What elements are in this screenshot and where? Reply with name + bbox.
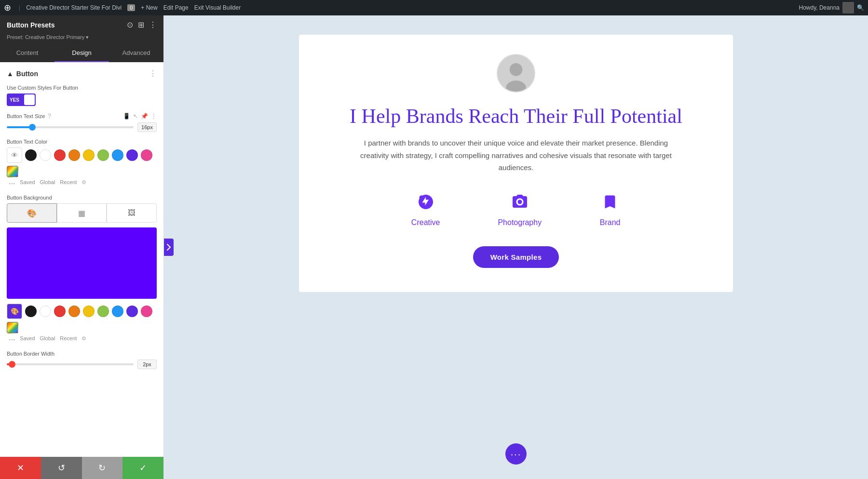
border-width-slider-thumb[interactable] [9,361,15,368]
color-more-btn[interactable]: ··· [9,179,15,188]
bg-saved-label[interactable]: Saved [20,335,35,344]
bg-global-label[interactable]: Global [40,335,55,344]
wp-logo-icon[interactable]: ⊕ [4,2,11,13]
bg-gradient-swatch[interactable] [7,322,18,333]
color-green[interactable] [97,149,109,161]
text-size-slider-track [7,126,134,128]
cta-button[interactable]: Work Samples [473,246,559,268]
border-width-label: Button Border Width [7,351,157,357]
custom-styles-toggle[interactable]: YES [7,93,36,106]
button-section-header: ▲ Button ⋮ [7,69,157,78]
undo-button[interactable]: ↺ [41,457,82,479]
color-black[interactable] [25,149,37,161]
bg-color-white[interactable] [40,306,51,317]
panel-header-icons: ⊙ ⊞ ⋮ [127,20,157,29]
border-width-value[interactable]: 2px [137,359,157,369]
bg-color-picker-eye[interactable]: 🎨 [7,304,22,319]
button-text-color-field: Button Text Color 👁 ··· [7,139,157,188]
help-icon[interactable]: ? [48,113,51,120]
color-swatches-row: 👁 [7,147,157,177]
color-purple[interactable] [126,149,138,161]
svg-point-4 [517,200,522,204]
bg-settings-icon[interactable]: ⚙ [81,335,86,344]
mobile-icon[interactable]: 📱 [123,113,130,120]
color-white[interactable] [40,149,51,161]
main-layout: Button Presets ⊙ ⊞ ⋮ Preset: Creative Di… [0,15,868,479]
bg-color-swatches: 🎨 [7,304,157,333]
bg-color-meta: ··· Saved Global Recent ⚙ [7,335,157,344]
wp-bar-separator: | [19,4,20,11]
svg-point-1 [510,63,523,76]
panel-focus-icon[interactable]: ⊙ [127,20,133,29]
tab-design[interactable]: Design [54,44,109,62]
color-pink-red[interactable] [141,149,152,161]
section-title: ▲ Button [7,70,38,78]
bg-gradient-opt[interactable]: ▦ [57,203,107,223]
color-gradient[interactable] [7,166,18,177]
border-width-slider-track [7,363,134,365]
bg-color-opt[interactable]: 🎨 [7,203,57,223]
panel-menu-icon[interactable]: ⋮ [149,20,157,29]
save-button[interactable]: ✓ [122,457,163,479]
creative-icon [415,191,436,213]
bg-color-preview[interactable] [7,227,157,299]
text-size-slider-thumb[interactable] [29,124,36,131]
cursor-icon[interactable]: ↖ [133,113,138,120]
bg-color-blue[interactable] [112,306,123,317]
bg-more-btn[interactable]: ··· [9,335,15,344]
bg-type-options: 🎨 ▦ 🖼 [7,203,157,223]
border-width-slider-row: 2px [7,359,157,369]
photography-icon [509,191,530,213]
exit-builder-btn[interactable]: Exit Visual Builder [194,4,241,11]
bg-recent-label[interactable]: Recent [60,335,77,344]
bg-color-black[interactable] [25,306,37,317]
comment-count-badge[interactable]: 0 [127,4,135,11]
bg-color-purple[interactable] [126,306,138,317]
pin-icon[interactable]: 📌 [141,113,148,120]
bg-color-red[interactable] [54,306,66,317]
edit-page-link[interactable]: Edit Page [163,4,189,11]
button-text-size-field: Button Text Size ? 📱 ↖ 📌 ⋮ 16px [7,113,157,132]
settings-panel: Button Presets ⊙ ⊞ ⋮ Preset: Creative Di… [0,15,164,479]
color-picker-eye[interactable]: 👁 [7,147,22,163]
color-orange[interactable] [68,149,80,161]
wp-admin-bar: ⊕ | Creative Director Starter Site For D… [0,0,868,15]
color-red[interactable] [54,149,66,161]
recent-label[interactable]: Recent [60,179,77,188]
color-blue[interactable] [112,149,123,161]
section-menu-icon[interactable]: ⋮ [149,69,157,78]
floating-dots-button[interactable]: ··· [505,443,527,465]
redo-button[interactable]: ↻ [82,457,123,479]
custom-styles-toggle-row: Use Custom Styles For Button YES [7,85,157,106]
bottom-toolbar: ✕ ↺ ↻ ✓ [0,457,163,479]
close-button[interactable]: ✕ [0,457,41,479]
svg-point-3 [419,195,423,200]
tab-advanced[interactable]: Advanced [109,44,163,62]
saved-label[interactable]: Saved [20,179,35,188]
text-size-value[interactable]: 16px [137,122,157,132]
bg-color-green[interactable] [97,306,109,317]
bg-color-pink[interactable] [141,306,152,317]
bg-color-orange[interactable] [68,306,80,317]
bg-color-yellow[interactable] [83,306,95,317]
section-collapse-chevron[interactable]: ▲ [7,70,14,78]
panel-preset-label[interactable]: Preset: Creative Director Primary ▾ [0,34,163,44]
panel-toggle-tab[interactable] [164,239,174,256]
tab-content[interactable]: Content [0,44,54,62]
dots-icon[interactable]: ⋮ [151,113,157,120]
search-icon-wp[interactable]: 🔍 [857,4,864,11]
site-name-link[interactable]: Creative Director Starter Site For Divi [26,4,122,11]
avatar [497,54,535,93]
hero-title: I Help Brands Reach Their Full Potential [328,104,704,128]
bg-image-opt[interactable]: 🖼 [107,203,157,223]
button-text-color-label: Button Text Color [7,139,157,145]
color-yellow[interactable] [83,149,95,161]
hero-subtitle: I partner with brands to uncover their u… [352,137,680,174]
panel-title: Button Presets [7,21,55,29]
color-settings-icon[interactable]: ⚙ [81,179,86,188]
section-header-actions: ⋮ [149,69,157,78]
panel-grid-icon[interactable]: ⊞ [138,20,144,29]
new-content-btn[interactable]: + New [141,4,157,11]
page-content: I Help Brands Reach Their Full Potential… [299,35,733,292]
global-label[interactable]: Global [40,179,55,188]
